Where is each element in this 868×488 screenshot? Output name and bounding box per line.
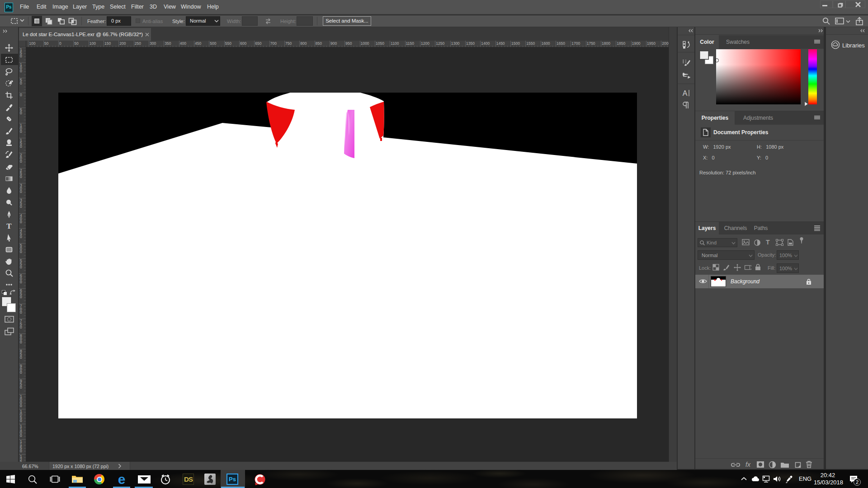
svg-text:A: A [683, 89, 688, 97]
svg-text:T: T [6, 222, 12, 230]
